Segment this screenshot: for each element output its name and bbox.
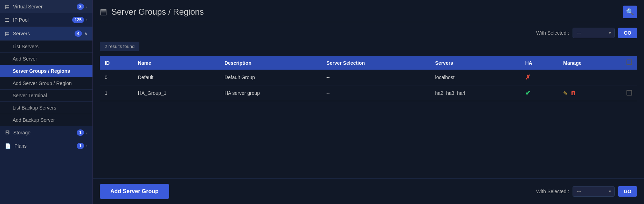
cell-ha-0: ✗ [520, 70, 559, 85]
sidebar-item-plans[interactable]: 📄 Plans 1 › [0, 139, 92, 153]
servers-chevron: ∧ [84, 31, 88, 36]
table-row: 0 Default Default Group -- localhost ✗ [100, 70, 637, 85]
with-selected-label-top: With Selected : [536, 30, 569, 36]
ip-pool-icon: ☰ [5, 17, 9, 23]
select-all-checkbox[interactable] [626, 59, 632, 65]
storage-badge: 1 [77, 129, 84, 136]
col-id: ID [100, 56, 133, 70]
virtual-server-badge: 2 [77, 3, 84, 10]
add-server-group-button[interactable]: Add Server Group [100, 184, 169, 199]
cell-manage-1: ✎ 🗑 [558, 85, 622, 101]
sidebar-item-storage[interactable]: 🖫 Storage 1 › [0, 126, 92, 139]
servers-subitems: List Servers Add Server Server Groups / … [0, 40, 92, 126]
cell-servers-0: localhost [430, 70, 520, 85]
sidebar-subitem-add-backup-server[interactable]: Add Backup Server [0, 114, 92, 126]
results-count: 2 results found [100, 42, 139, 51]
table-header-row: ID Name Description Server Selection Ser… [100, 56, 637, 70]
cell-server-selection-1: -- [321, 85, 430, 101]
with-selected-label-bottom: With Selected : [536, 189, 569, 194]
server-tag: ha4 [457, 90, 465, 96]
col-manage: Manage [558, 56, 622, 70]
servers-section-header[interactable]: ▤ Servers 4 ∧ [0, 27, 92, 40]
servers-badge: 4 [75, 30, 82, 37]
cell-id-1: 1 [100, 85, 133, 101]
server-tag: localhost [435, 75, 455, 80]
with-selected-top: With Selected : --- ▼ GO [100, 28, 637, 38]
ip-pool-badge: 125 [72, 17, 84, 23]
sidebar-subitem-add-server[interactable]: Add Server [0, 52, 92, 65]
sidebar-item-ip-pool[interactable]: ☰ IP Pool 125 › [0, 13, 92, 27]
content-area: With Selected : --- ▼ GO 2 results found… [93, 22, 644, 178]
sidebar-subitem-list-servers[interactable]: List Servers [0, 40, 92, 52]
virtual-server-chevron: › [86, 4, 88, 9]
sidebar-subitem-server-groups-regions[interactable]: Server Groups / Regions [0, 65, 92, 77]
ha-check-icon: ✔ [525, 90, 531, 97]
table-row: 1 HA_Group_1 HA server group -- ha2 ha3 … [100, 85, 637, 101]
plans-chevron: › [86, 143, 88, 148]
col-server-selection: Server Selection [321, 56, 430, 70]
sidebar-label-plans: Plans [14, 143, 27, 149]
sidebar-label-ip-pool: IP Pool [13, 17, 29, 23]
page-header: ▤ Server Groups / Regions 🔍 [93, 0, 644, 22]
with-selected-select-top[interactable]: --- [573, 28, 615, 38]
cell-description-1: HA server group [220, 85, 321, 101]
cell-id-0: 0 [100, 70, 133, 85]
servers-icon: ▤ [5, 31, 9, 36]
with-selected-select-bottom[interactable]: --- [573, 186, 615, 197]
virtual-server-icon: ▤ [5, 4, 9, 9]
sidebar-subitem-list-backup-servers[interactable]: List Backup Servers [0, 101, 92, 114]
edit-icon[interactable]: ✎ [563, 90, 568, 97]
data-table-wrapper: ID Name Description Server Selection Ser… [100, 56, 637, 101]
row-checkbox[interactable] [626, 90, 632, 96]
col-description: Description [220, 56, 321, 70]
col-ha: HA [520, 56, 559, 70]
storage-chevron: › [86, 130, 88, 135]
with-selected-bottom: With Selected : --- ▼ GO [536, 186, 637, 197]
cell-ha-1: ✔ [520, 85, 559, 101]
sidebar-item-virtual-server[interactable]: ▤ Virtual Server 2 › [0, 0, 92, 13]
ha-x-icon: ✗ [525, 74, 531, 81]
sidebar-label-storage: Storage [13, 130, 30, 135]
sidebar-subitem-add-server-group-region[interactable]: Add Server Group / Region [0, 77, 92, 89]
delete-icon[interactable]: 🗑 [570, 90, 576, 96]
go-button-bottom[interactable]: GO [618, 186, 637, 197]
plans-icon: 📄 [5, 143, 11, 149]
cell-server-selection-0: -- [321, 70, 430, 85]
servers-label: Servers [13, 31, 30, 36]
go-button-top[interactable]: GO [618, 28, 637, 38]
server-tag: ha2 [435, 90, 443, 96]
sidebar-section-servers: ▤ Servers 4 ∧ List Servers Add Server Se… [0, 27, 92, 126]
search-button[interactable]: 🔍 [623, 6, 637, 18]
ip-pool-chevron: › [86, 17, 88, 22]
server-tag: ha3 [446, 90, 454, 96]
cell-checkbox-0 [622, 70, 637, 85]
page-title: Server Groups / Regions [111, 7, 204, 17]
sidebar-subitem-server-terminal[interactable]: Server Terminal [0, 89, 92, 101]
cell-name-1: HA_Group_1 [133, 85, 220, 101]
cell-servers-1: ha2 ha3 ha4 [430, 85, 520, 101]
col-checkbox-header [622, 56, 637, 70]
sidebar: ▤ Virtual Server 2 › ☰ IP Pool 125 › ▤ S… [0, 0, 93, 204]
page-title-icon: ▤ [100, 7, 107, 16]
bottom-controls: Add Server Group With Selected : --- ▼ G… [93, 178, 644, 204]
cell-description-0: Default Group [220, 70, 321, 85]
server-groups-table: ID Name Description Server Selection Ser… [100, 56, 637, 101]
main-content: ▤ Server Groups / Regions 🔍 With Selecte… [93, 0, 644, 204]
cell-checkbox-1 [622, 85, 637, 101]
cell-name-0: Default [133, 70, 220, 85]
storage-icon: 🖫 [5, 130, 10, 135]
plans-badge: 1 [77, 143, 84, 149]
col-name: Name [133, 56, 220, 70]
sidebar-label-virtual-server: Virtual Server [13, 4, 43, 9]
col-servers: Servers [430, 56, 520, 70]
cell-manage-0 [558, 70, 622, 85]
